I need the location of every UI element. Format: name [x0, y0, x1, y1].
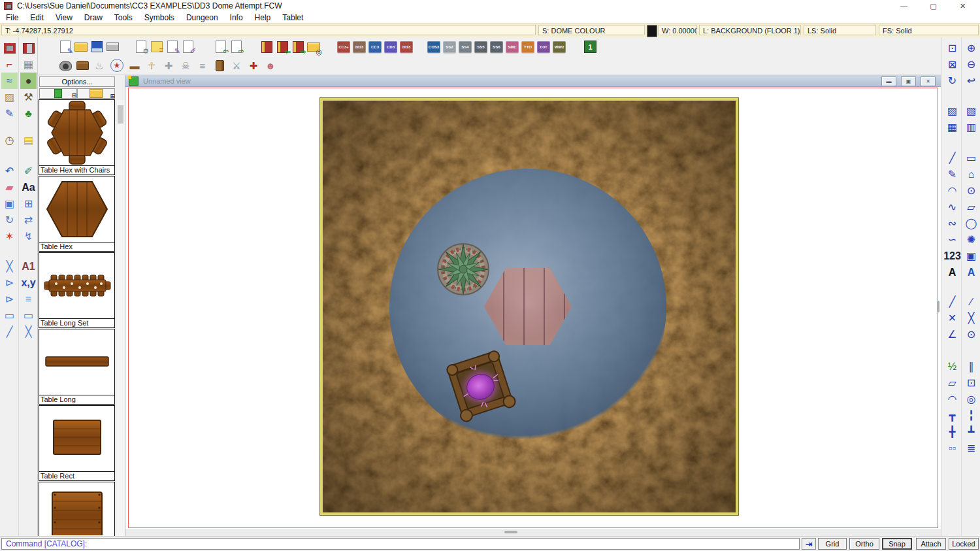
path-tool-icon[interactable]: ✎ [944, 166, 960, 182]
text-tool-icon[interactable]: A [944, 264, 960, 280]
window-minimize-icon[interactable]: — [889, 0, 919, 12]
view-restore-icon[interactable]: ▣ [901, 76, 916, 86]
wall-break-icon[interactable]: ┳ [944, 407, 960, 424]
node-insert-icon[interactable]: ∕ [963, 293, 979, 310]
polyline-tool-icon[interactable]: ∿ [944, 199, 960, 215]
style-d3t-icon[interactable]: D3T [537, 41, 550, 53]
import-icon[interactable]: ⇦ [213, 40, 229, 54]
mirror-icon[interactable]: ⇄ [20, 212, 37, 228]
potted-plant-symbol[interactable] [436, 242, 491, 297]
floor-tool-icon[interactable]: ▦ [20, 56, 37, 73]
eraser-icon[interactable]: ▰ [1, 179, 18, 195]
campfire-icon[interactable]: ♨ [91, 58, 107, 73]
length-divide-icon[interactable]: ½ [944, 358, 960, 375]
style-cc3-icon[interactable]: CC3 [368, 41, 382, 53]
treasure-chest-icon[interactable] [74, 58, 90, 73]
menu-view[interactable]: View [50, 13, 78, 22]
current-color-swatch[interactable] [647, 25, 657, 37]
catalog-new-icon[interactable]: ⊞ [39, 88, 77, 99]
grid-button[interactable]: Grid [818, 538, 847, 550]
magic-circle-icon[interactable]: ★ [110, 59, 123, 72]
offset-box-icon[interactable]: ⊡ [963, 375, 979, 391]
wall-cross-break-icon[interactable]: ╋ [944, 424, 960, 440]
catalog-options-button[interactable]: Options... [39, 76, 115, 87]
rotate-icon[interactable]: ↻ [1, 212, 18, 228]
new-drawing-icon[interactable]: ✎ [57, 40, 73, 54]
river-tool-icon[interactable]: ≈ [1, 73, 18, 89]
style-ss4-icon[interactable]: SS4 [459, 41, 472, 53]
style-smc-icon[interactable]: SMC [506, 41, 519, 53]
offset-line-icon[interactable]: ▱ [944, 375, 960, 391]
measure-line-icon[interactable]: ╱ [1, 324, 18, 340]
zoom-last-icon[interactable]: ↩ [963, 73, 979, 89]
style-cos3-icon[interactable]: COS3 [427, 41, 440, 53]
healer-cross-icon[interactable]: ✚ [246, 58, 261, 73]
symbol-preview[interactable] [39, 329, 114, 395]
zoom-window-icon[interactable]: ⊡ [944, 40, 960, 56]
menu-dungeon[interactable]: Dungeon [180, 13, 224, 22]
menu-edit[interactable]: Edit [24, 13, 50, 22]
sheets-icon[interactable]: ▤ [20, 132, 37, 148]
catalog-item-table-hex-with-chairs[interactable]: Table Hex with Chairs [39, 99, 115, 175]
style-tto-icon[interactable]: TTO [521, 41, 534, 53]
symbol-manager-icon[interactable]: ♣ [20, 105, 37, 122]
freehand-tool-icon[interactable]: ∽ [944, 231, 960, 248]
horizontal-scrollbar[interactable] [125, 529, 941, 536]
cave-icon[interactable] [57, 58, 73, 73]
offset-curve-icon[interactable]: ◠ [944, 391, 960, 407]
menu-file[interactable]: File [0, 13, 24, 22]
send-backward-icon[interactable]: ▧ [963, 103, 979, 119]
symbol-preview[interactable] [39, 100, 114, 165]
menu-tools[interactable]: Tools [108, 13, 139, 22]
catalog-item-table-hex[interactable]: Table Hex [39, 176, 115, 252]
measure-cross-icon[interactable]: ╳ [20, 324, 37, 340]
terrain-tool-icon[interactable]: ● [20, 73, 37, 89]
small-boxes-icon[interactable]: ▫▫ [944, 440, 960, 456]
menu-info[interactable]: Info [224, 13, 249, 22]
catalog-search-icon[interactable]: ◎ [306, 40, 321, 54]
horizontal-scrollbar-thumb[interactable] [504, 531, 517, 533]
snap-button[interactable]: Snap [882, 538, 912, 550]
menu-symbols[interactable]: Symbols [139, 13, 180, 22]
ortho-button[interactable]: Ortho [849, 538, 879, 550]
line-stack-icon[interactable]: ≣ [963, 440, 979, 456]
split-icon[interactable]: ╳ [1, 258, 18, 275]
line-width-field[interactable]: W: 0.00000 [658, 25, 697, 35]
catalog-scrollbar[interactable] [116, 100, 125, 536]
symbol-preview[interactable] [39, 253, 114, 318]
catalog-save-icon[interactable]: ⇨ [290, 40, 306, 54]
view-close-icon[interactable]: ✕ [921, 76, 936, 86]
fractal-poly-tool-icon[interactable]: ✺ [963, 231, 979, 248]
style-dd3-icon[interactable]: DD3 [400, 41, 413, 53]
view-titlebar[interactable]: Unnamed view ▬▣✕ [125, 75, 941, 87]
window-maximize-icon[interactable]: ▢ [919, 0, 948, 12]
catalog-item-table-rect[interactable]: Table Rect [39, 405, 115, 481]
trim-icon[interactable]: ✕ [944, 310, 960, 326]
extract-icon[interactable]: ⊳ [1, 275, 18, 291]
symbol-preview[interactable] [39, 176, 114, 242]
map-notes-icon[interactable]: ≡ [149, 40, 165, 54]
symbol-preview[interactable] [39, 406, 114, 471]
menu-tablet[interactable]: Tablet [276, 13, 309, 22]
view-minimize-icon[interactable]: ▬ [881, 76, 896, 86]
concentric-circle-icon[interactable]: ◎ [963, 391, 979, 407]
sheet-indicator-button[interactable]: 1 [584, 41, 596, 53]
export-icon[interactable]: ⇨ [229, 40, 244, 54]
smooth-path-tool-icon[interactable]: ∾ [944, 215, 960, 231]
wall-gap-icon[interactable]: ╏ [963, 407, 979, 424]
send-to-back-icon[interactable]: ▨ [944, 103, 960, 119]
style-ss2-icon[interactable]: SS2 [443, 41, 456, 53]
symbol-catalog-icon[interactable] [259, 40, 274, 54]
monster-icon[interactable]: ☻ [263, 58, 278, 73]
coordinates-icon[interactable]: x,y [20, 275, 37, 291]
explode-icon[interactable]: ✶ [1, 228, 18, 244]
redraw-icon[interactable]: ↻ [944, 73, 960, 89]
corner-wall-icon[interactable]: ⌐ [1, 56, 18, 73]
save-drawing-icon[interactable] [89, 40, 105, 54]
extract-part-icon[interactable]: ⊳ [1, 291, 18, 307]
drawing-properties-icon[interactable]: ⚙ [133, 40, 149, 54]
angle-snap-icon[interactable]: ∠ [944, 326, 960, 342]
sword-icon[interactable]: ⚔ [229, 58, 244, 73]
bring-to-front-icon[interactable]: ▦ [944, 119, 960, 135]
tracking-toggle-button[interactable]: ⇥ [802, 538, 816, 550]
